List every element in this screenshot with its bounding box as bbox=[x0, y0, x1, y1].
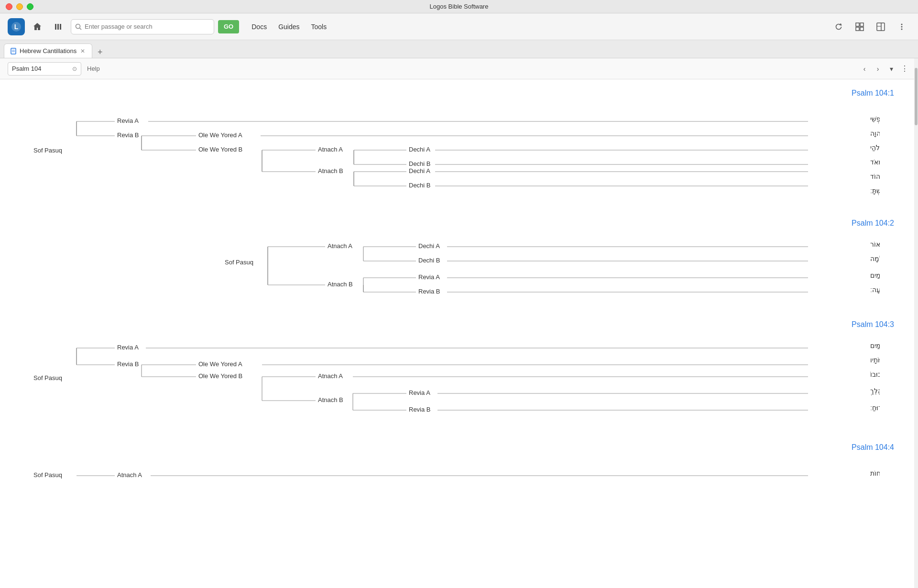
home-button[interactable] bbox=[29, 18, 46, 35]
scrollbar-track[interactable] bbox=[914, 58, 918, 588]
minimize-button[interactable] bbox=[16, 3, 23, 10]
tab-hebrew-cantillations[interactable]: Hebrew Cantillations ✕ bbox=[4, 44, 92, 58]
svg-text:Atnach A: Atnach A bbox=[318, 146, 343, 153]
content-kebab-button[interactable]: ⋮ bbox=[899, 63, 910, 75]
next-button[interactable]: › bbox=[872, 63, 884, 75]
tree-104-4: עֹשֶׂה מַלְאָכָיו רוּחוֹת Sof Pasuq Atna… bbox=[19, 461, 899, 492]
svg-point-14 bbox=[901, 28, 903, 30]
svg-text:עַל־כַּנְפֵי־רוּחַ׃: עַל־כַּנְפֵי־רוּחַ׃ bbox=[870, 404, 880, 412]
svg-text:Revia B: Revia B bbox=[418, 288, 440, 295]
svg-rect-10 bbox=[860, 27, 863, 31]
layout-icon bbox=[855, 22, 864, 31]
home-icon bbox=[33, 22, 42, 32]
svg-text:L: L bbox=[14, 23, 19, 31]
traffic-lights bbox=[6, 3, 33, 10]
svg-text:Atnach B: Atnach B bbox=[318, 396, 343, 403]
svg-text:Revia B: Revia B bbox=[117, 131, 139, 139]
svg-text:Atnach A: Atnach A bbox=[117, 471, 142, 479]
verse-section-3: Psalm 104:3 הַמְקָרֶה בַמַּיִם עֲלִיּוֹת… bbox=[19, 320, 899, 424]
more-menu-icon bbox=[897, 22, 906, 31]
tab-document-icon bbox=[10, 48, 17, 54]
add-tab-button[interactable]: + bbox=[94, 46, 106, 58]
maximize-button[interactable] bbox=[27, 3, 33, 10]
guides-nav[interactable]: Guides bbox=[273, 21, 304, 33]
svg-rect-8 bbox=[860, 23, 863, 26]
panel-button[interactable] bbox=[872, 18, 889, 35]
svg-text:Sof Pasuq: Sof Pasuq bbox=[33, 147, 62, 154]
library-button[interactable] bbox=[50, 18, 67, 35]
svg-text:עֹשֶׂה מַלְאָכָיו רוּחוֹת: עֹשֶׂה מַלְאָכָיו רוּחוֹת bbox=[870, 469, 880, 478]
main-content[interactable]: Psalm 104:1 בָּרֲכִי נַפְשִׁי אֶת־יְהוָה… bbox=[0, 79, 918, 588]
window-title: Logos Bible Software bbox=[430, 3, 489, 10]
tabbar: Hebrew Cantillations ✕ + bbox=[0, 40, 918, 58]
svg-text:Sof Pasuq: Sof Pasuq bbox=[33, 374, 62, 381]
verse-section-1: Psalm 104:1 בָּרֲכִי נַפְשִׁי אֶת־יְהוָה… bbox=[19, 89, 899, 200]
toolbar-nav: Docs Guides Tools bbox=[247, 21, 331, 33]
verse-heading-3: Psalm 104:3 bbox=[19, 320, 899, 329]
tools-nav[interactable]: Tools bbox=[306, 21, 332, 33]
svg-text:Revia A: Revia A bbox=[117, 344, 139, 351]
tree-104-1: בָּרֲכִי נַפְשִׁי אֶת־יְהוָה יְהוָה אֱלֹ… bbox=[19, 107, 899, 200]
svg-rect-2 bbox=[55, 24, 56, 30]
tree-svg-104-3: הַמְקָרֶה בַמַּיִם עֲלִיּוֹתָיו הַשָּׂם־… bbox=[19, 338, 880, 422]
passage-clear-button[interactable]: ⊙ bbox=[72, 65, 77, 72]
svg-text:נוֹטֶה שָׁמַיִם: נוֹטֶה שָׁמַיִם bbox=[870, 272, 880, 280]
titlebar: Logos Bible Software bbox=[0, 0, 918, 13]
refresh-button[interactable] bbox=[830, 18, 847, 35]
scrollbar-thumb[interactable] bbox=[915, 68, 918, 125]
svg-text:Dechi B: Dechi B bbox=[409, 160, 431, 167]
svg-text:Dechi A: Dechi A bbox=[409, 146, 430, 153]
nav-dropdown-button[interactable]: ▾ bbox=[885, 63, 897, 75]
svg-text:Revia B: Revia B bbox=[117, 360, 139, 368]
svg-text:בָּרֲכִי נַפְשִׁי: בָּרֲכִי נַפְשִׁי bbox=[870, 115, 880, 123]
tree-104-3: הַמְקָרֶה בַמַּיִם עֲלִיּוֹתָיו הַשָּׂם־… bbox=[19, 338, 899, 424]
svg-text:Sof Pasuq: Sof Pasuq bbox=[33, 471, 62, 479]
svg-text:הַשָּׂם־עָבִים רְכוּבוֹ: הַשָּׂם־עָבִים רְכוּבוֹ bbox=[870, 370, 880, 379]
svg-rect-7 bbox=[856, 23, 859, 26]
svg-text:Revia A: Revia A bbox=[117, 117, 139, 124]
svg-text:הַמְהַלֵּךְ: הַמְהַלֵּךְ bbox=[870, 387, 880, 395]
svg-text:Sof Pasuq: Sof Pasuq bbox=[225, 259, 253, 266]
layout-button[interactable] bbox=[851, 18, 868, 35]
svg-text:Ole We Yored A: Ole We Yored A bbox=[198, 360, 242, 368]
panel-icon bbox=[876, 22, 885, 31]
svg-text:עֲלִיּוֹתָיו: עֲלִיּוֹתָיו bbox=[870, 356, 880, 364]
tree-svg-104-1: בָּרֲכִי נַפְשִׁי אֶת־יְהוָה יְהוָה אֱלֹ… bbox=[19, 107, 880, 198]
tab-label: Hebrew Cantillations bbox=[20, 47, 76, 54]
svg-rect-11 bbox=[877, 23, 885, 31]
svg-text:Dechi A: Dechi A bbox=[418, 242, 440, 250]
svg-rect-4 bbox=[60, 24, 61, 30]
search-input[interactable] bbox=[85, 23, 190, 30]
close-button[interactable] bbox=[6, 3, 12, 10]
go-button[interactable]: GO bbox=[218, 20, 239, 33]
content-header: ⊙ Help ‹ › ▾ ⋮ bbox=[0, 58, 918, 79]
svg-text:Atnach B: Atnach B bbox=[328, 281, 353, 288]
svg-rect-9 bbox=[856, 27, 859, 31]
tree-svg-104-4: עֹשֶׂה מַלְאָכָיו רוּחוֹת Sof Pasuq Atna… bbox=[19, 461, 880, 490]
help-link[interactable]: Help bbox=[87, 65, 100, 72]
svg-text:Atnach B: Atnach B bbox=[318, 167, 343, 174]
passage-input[interactable] bbox=[12, 65, 69, 72]
verse-section-2: Psalm 104:2 עֹטֶה־אוֹר כַּשַּׂלְמָה נוֹט… bbox=[19, 219, 899, 301]
docs-nav[interactable]: Docs bbox=[247, 21, 272, 33]
svg-text:Ole We Yored B: Ole We Yored B bbox=[198, 372, 242, 380]
svg-text:כַּיְרִיעָה׃: כַּיְרִיעָה׃ bbox=[870, 286, 880, 294]
svg-text:Dechi A: Dechi A bbox=[409, 167, 430, 174]
library-icon bbox=[54, 22, 63, 32]
tree-104-2: עֹטֶה־אוֹר כַּשַּׂלְמָה נוֹטֶה שָׁמַיִם … bbox=[19, 237, 899, 301]
svg-text:Revia A: Revia A bbox=[409, 389, 430, 396]
svg-text:גָּדַלְתָּ מְּאֹד: גָּדַלְתָּ מְּאֹד bbox=[870, 158, 880, 166]
verse-section-4: Psalm 104:4 עֹשֶׂה מַלְאָכָיו רוּחוֹת So… bbox=[19, 443, 899, 492]
app-logo[interactable]: L bbox=[8, 18, 25, 35]
passage-input-container: ⊙ bbox=[8, 62, 81, 76]
tab-close-button[interactable]: ✕ bbox=[79, 48, 86, 54]
tree-svg-104-2: עֹטֶה־אוֹר כַּשַּׂלְמָה נוֹטֶה שָׁמַיִם … bbox=[19, 237, 880, 299]
prev-button[interactable]: ‹ bbox=[859, 63, 870, 75]
svg-text:Dechi B: Dechi B bbox=[409, 182, 431, 189]
search-icon bbox=[75, 23, 82, 30]
svg-text:הַמְקָרֶה בַמַּיִם: הַמְקָרֶה בַמַּיִם bbox=[870, 342, 880, 350]
more-menu-button[interactable] bbox=[893, 18, 910, 35]
verse-heading-1: Psalm 104:1 bbox=[19, 89, 899, 98]
svg-text:יְהוָה אֱלֹהַי: יְהוָה אֱלֹהַי bbox=[870, 144, 880, 152]
verse-heading-4: Psalm 104:4 bbox=[19, 443, 899, 452]
